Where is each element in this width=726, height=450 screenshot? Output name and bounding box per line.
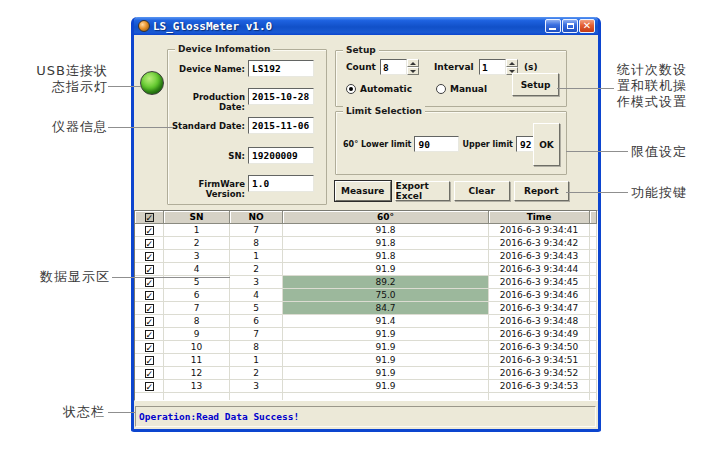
- header-60[interactable]: 60°: [283, 211, 489, 224]
- firmware-version-label: FirmWare Version:: [168, 179, 245, 199]
- table-row[interactable]: ✓13391.92016-6-3 9:34:53: [135, 380, 597, 393]
- table-cell: 13: [164, 380, 230, 393]
- row-checkbox-icon[interactable]: ✓: [145, 278, 154, 287]
- report-button[interactable]: Report: [514, 181, 570, 201]
- maximize-icon: [567, 23, 574, 29]
- titlebar[interactable]: LS_GlossMeter v1.0 ✕: [134, 17, 598, 35]
- count-spin-down-icon[interactable]: [407, 67, 419, 75]
- row-select-cell[interactable]: ✓: [135, 380, 164, 393]
- ok-button[interactable]: OK: [533, 123, 560, 166]
- table-row[interactable]: ✓8691.42016-6-3 9:34:48: [135, 315, 597, 328]
- measure-button[interactable]: Measure: [335, 181, 391, 201]
- table-row[interactable]: ✓12291.92016-6-3 9:34:52: [135, 367, 597, 380]
- table-body: ✓1791.82016-6-3 9:34:41✓2891.82016-6-3 9…: [135, 224, 597, 401]
- production-date-value[interactable]: 2015-10-28: [248, 88, 314, 105]
- row-checkbox-icon[interactable]: ✓: [145, 369, 154, 378]
- radio-automatic-icon[interactable]: [346, 84, 356, 94]
- row-checkbox-icon[interactable]: ✓: [145, 330, 154, 339]
- select-all-header[interactable]: ✓: [135, 211, 164, 224]
- table-row[interactable]: ✓2891.82016-6-3 9:34:42: [135, 237, 597, 250]
- table-cell: [590, 237, 597, 250]
- row-select-cell[interactable]: ✓: [135, 224, 164, 237]
- row-checkbox-icon[interactable]: ✓: [145, 356, 154, 365]
- table-header: ✓ SN NO 60° Time: [135, 211, 597, 224]
- table-row[interactable]: ✓11191.92016-6-3 9:34:51: [135, 354, 597, 367]
- table-row[interactable]: ✓1791.82016-6-3 9:34:41: [135, 224, 597, 237]
- annotation-setup-note: 统计次数设 置和联机操 作模式设置: [617, 62, 695, 110]
- app-icon: [138, 20, 150, 32]
- annotation-buttons-note: 功能按键: [631, 185, 701, 201]
- table-cell: 91.9: [283, 380, 489, 393]
- row-checkbox-icon[interactable]: ✓: [145, 252, 154, 261]
- setup-button[interactable]: Setup: [512, 73, 559, 96]
- firmware-version-value[interactable]: 1.0: [248, 175, 314, 192]
- interval-label: Interval: [434, 62, 474, 72]
- count-spin-up-icon[interactable]: [407, 59, 419, 67]
- radio-manual[interactable]: Manual: [436, 84, 487, 94]
- table-cell: [590, 354, 597, 367]
- row-select-cell[interactable]: ✓: [135, 315, 164, 328]
- table-cell: [590, 263, 597, 276]
- minimize-button[interactable]: [545, 19, 561, 33]
- annotation-limit-note: 限值设定: [631, 144, 701, 160]
- close-button[interactable]: ✕: [579, 19, 595, 33]
- table-cell: 6: [164, 289, 230, 302]
- table-cell: 2016-6-3 9:34:48: [489, 315, 590, 328]
- radio-automatic[interactable]: Automatic: [346, 84, 412, 94]
- table-row[interactable]: [135, 393, 597, 401]
- radio-manual-icon[interactable]: [436, 84, 446, 94]
- row-select-cell[interactable]: ✓: [135, 237, 164, 250]
- standard-date-label: Standard Date:: [168, 121, 245, 131]
- table-cell: [135, 393, 164, 401]
- device-info-group-title: Device Infomation: [175, 44, 273, 54]
- table-row[interactable]: ✓9791.92016-6-3 9:34:49: [135, 328, 597, 341]
- count-input[interactable]: 8: [380, 59, 407, 75]
- annotation-line-data-area: [112, 277, 230, 278]
- row-checkbox-icon[interactable]: ✓: [145, 343, 154, 352]
- row-select-cell[interactable]: ✓: [135, 250, 164, 263]
- table-row[interactable]: ✓3191.82016-6-3 9:34:43: [135, 250, 597, 263]
- row-checkbox-icon[interactable]: ✓: [145, 226, 154, 235]
- sn-value[interactable]: 19200009: [248, 147, 314, 164]
- row-checkbox-icon[interactable]: ✓: [145, 317, 154, 326]
- lower-limit-input[interactable]: 90: [414, 136, 459, 152]
- row-checkbox-icon[interactable]: ✓: [145, 239, 154, 248]
- header-time[interactable]: Time: [489, 211, 590, 224]
- row-select-cell[interactable]: ✓: [135, 302, 164, 315]
- row-select-cell[interactable]: ✓: [135, 341, 164, 354]
- table-row[interactable]: ✓7584.72016-6-3 9:34:47: [135, 302, 597, 315]
- table-cell: 2016-6-3 9:34:47: [489, 302, 590, 315]
- table-cell: 7: [230, 224, 283, 237]
- table-cell: [590, 250, 597, 263]
- table-row[interactable]: ✓4291.92016-6-3 9:34:44: [135, 263, 597, 276]
- header-no[interactable]: NO: [230, 211, 283, 224]
- table-cell: [590, 341, 597, 354]
- row-select-cell[interactable]: ✓: [135, 367, 164, 380]
- row-select-cell[interactable]: ✓: [135, 328, 164, 341]
- interval-input[interactable]: 1: [479, 59, 506, 75]
- limit-selection-group-title: Limit Selection: [343, 106, 425, 116]
- interval-spin-up-icon[interactable]: [506, 59, 518, 67]
- row-select-cell[interactable]: ✓: [135, 354, 164, 367]
- row-checkbox-icon[interactable]: ✓: [145, 291, 154, 300]
- data-table[interactable]: ✓ SN NO 60° Time ✓1791.82016-6-3 9:34:41…: [134, 210, 598, 401]
- table-cell: 2016-6-3 9:34:43: [489, 250, 590, 263]
- table-row[interactable]: ✓10891.92016-6-3 9:34:50: [135, 341, 597, 354]
- table-cell: [590, 367, 597, 380]
- row-checkbox-icon[interactable]: ✓: [145, 382, 154, 391]
- standard-date-value[interactable]: 2015-11-06: [248, 117, 314, 134]
- maximize-button[interactable]: [562, 19, 578, 33]
- table-cell: 10: [164, 341, 230, 354]
- clear-button[interactable]: Clear: [454, 181, 510, 201]
- export-excel-button[interactable]: Export Excel: [395, 181, 451, 201]
- row-checkbox-icon[interactable]: ✓: [145, 265, 154, 274]
- row-select-cell[interactable]: ✓: [135, 263, 164, 276]
- header-sn[interactable]: SN: [164, 211, 230, 224]
- row-checkbox-icon[interactable]: ✓: [145, 304, 154, 313]
- row-select-cell[interactable]: ✓: [135, 289, 164, 302]
- table-cell: 91.9: [283, 367, 489, 380]
- table-cell: 75.0: [283, 289, 489, 302]
- table-row[interactable]: ✓6475.02016-6-3 9:34:46: [135, 289, 597, 302]
- select-all-checkbox-icon[interactable]: ✓: [145, 213, 154, 222]
- device-name-value[interactable]: LS192: [248, 60, 314, 77]
